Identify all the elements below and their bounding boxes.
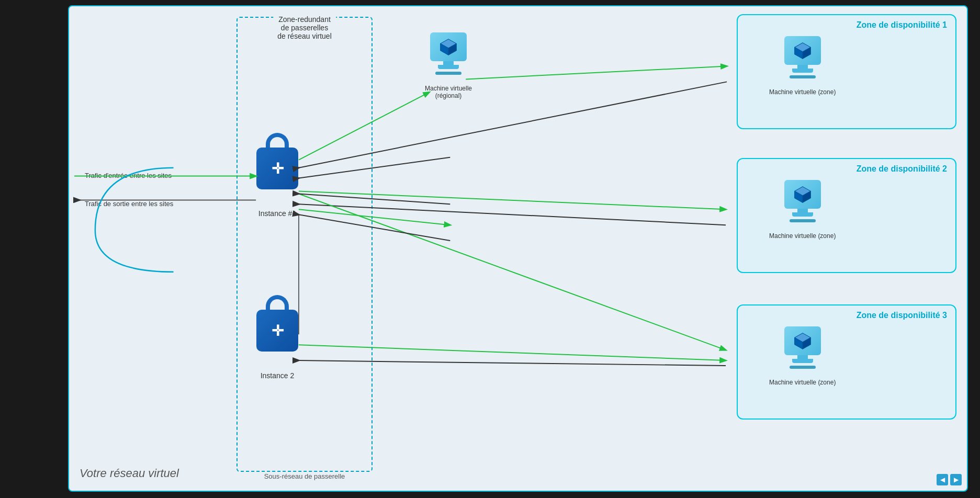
subnet-label: Sous-réseau de passerelle xyxy=(264,472,345,480)
monitor-zone1 xyxy=(784,36,821,65)
zone-redundant-box: Zone-redundant de passerelles de réseau … xyxy=(236,17,373,472)
monitor-regional xyxy=(430,32,467,61)
gateway-instance2-icon: ✛ xyxy=(256,310,298,367)
gateway-instance1-label: Instance #1 xyxy=(258,209,296,218)
gateway-instance1-icon: ✛ xyxy=(256,148,298,205)
cube-icon-zone3 xyxy=(793,331,813,351)
monitor-zone3 xyxy=(784,326,821,355)
gateway-instance2: ✛ Instance 2 xyxy=(256,310,298,380)
cube-icon-zone2 xyxy=(793,185,813,205)
lock-body-2: ✛ xyxy=(256,310,298,352)
monitor-base-zone1 xyxy=(790,75,816,78)
monitor-base-regional xyxy=(435,72,461,75)
zone-box-1: Zone de disponibilité 1 Machine virtuell… xyxy=(737,14,956,129)
nav-arrows[interactable]: ◀ ▶ xyxy=(937,474,962,485)
main-diagram: Zone-redundant de passerelles de réseau … xyxy=(68,5,968,492)
traffic-entry-label: Trafic d'entrée entre les sites xyxy=(85,172,172,179)
monitor-zone2 xyxy=(784,180,821,209)
monitor-base-zone2 xyxy=(790,219,816,222)
lock-body-1: ✛ xyxy=(256,148,298,189)
zone-box-3: Zone de disponibilité 3 Machine virtuell… xyxy=(737,304,956,420)
cube-icon-regional xyxy=(438,37,458,57)
vm-regional: Machine virtuelle (régional) xyxy=(425,32,472,99)
zone-redundant-label: Zone-redundant de passerelles de réseau … xyxy=(273,15,336,40)
vm-regional-label: Machine virtuelle (régional) xyxy=(425,85,472,99)
vm-zone2: Machine virtuelle (zone) xyxy=(769,180,836,240)
vm-zone1-label: Machine virtuelle (zone) xyxy=(769,88,836,96)
svg-line-19 xyxy=(466,66,727,80)
vm-zone2-label: Machine virtuelle (zone) xyxy=(769,232,836,240)
lock-arrows-2: ✛ xyxy=(272,322,284,339)
nav-left-button[interactable]: ◀ xyxy=(937,474,948,485)
gateway-instance1: ✛ Instance #1 xyxy=(256,148,298,218)
vm-zone3-label: Machine virtuelle (zone) xyxy=(769,379,836,386)
monitor-base-zone3 xyxy=(790,366,816,369)
gateway-instance2-label: Instance 2 xyxy=(261,371,295,380)
zone-box-2: Zone de disponibilité 2 Machine virtuell… xyxy=(737,158,956,273)
lock-arrows-1: ✛ xyxy=(272,160,284,177)
nav-right-button[interactable]: ▶ xyxy=(950,474,962,485)
cube-icon-zone1 xyxy=(793,41,813,61)
vm-zone1: Machine virtuelle (zone) xyxy=(769,36,836,96)
vnet-label: Votre réseau virtuel xyxy=(80,467,179,480)
vm-zone3: Machine virtuelle (zone) xyxy=(769,326,836,386)
traffic-exit-label: Trafic de sortie entre les sites xyxy=(85,200,173,208)
zone-1-title: Zone de disponibilité 1 xyxy=(857,20,947,30)
zone-3-title: Zone de disponibilité 3 xyxy=(857,311,947,320)
zone-2-title: Zone de disponibilité 2 xyxy=(857,164,947,174)
